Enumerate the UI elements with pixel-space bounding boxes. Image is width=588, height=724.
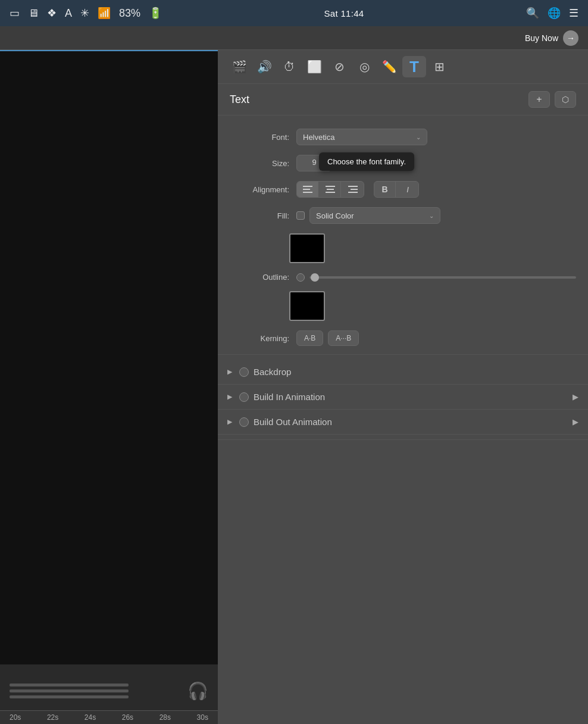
toolbar-audio-icon[interactable]: 🔊: [252, 56, 276, 77]
menubar-left: ▭ 🖥 ❖ A ✳ 📶 83% 🔋: [10, 7, 162, 20]
toolbar-screen-icon[interactable]: ⬜: [302, 56, 326, 77]
fill-color-row: [218, 230, 588, 267]
toolbar-layout-icon[interactable]: ⊞: [427, 56, 451, 77]
ruler-mark-24s: 24s: [85, 713, 96, 722]
alignment-control: B I: [296, 181, 576, 198]
timeline-controls: 🎧: [0, 676, 218, 710]
toolbar-film-icon[interactable]: 🎬: [227, 56, 251, 77]
outline-control: [296, 273, 576, 282]
headphone-icon[interactable]: 🎧: [187, 681, 208, 701]
outline-checkbox[interactable]: [296, 273, 305, 282]
fill-control: Solid Color ⌄: [296, 207, 576, 224]
outline-label: Outline:: [230, 273, 289, 282]
right-panel: 🎬 🔊 ⏱ ⬜ ⊘ ◎ ✏️ T ⊞ Text + ⬡ Font:: [218, 50, 588, 724]
build-in-left: ▶ Build In Animation: [227, 392, 325, 402]
size-label: Size:: [230, 159, 289, 168]
monitor-icon[interactable]: 🖥: [28, 7, 39, 20]
build-out-checkbox[interactable]: [239, 417, 249, 427]
buynow-label: Buy Now: [525, 33, 558, 43]
fill-color-swatch[interactable]: [289, 233, 325, 263]
text-icon[interactable]: A: [65, 7, 72, 20]
build-out-left: ▶ Build Out Animation: [227, 417, 332, 427]
font-value: Helvetica: [303, 133, 334, 142]
svg-rect-7: [351, 189, 358, 190]
menubar-clock: Sat 11:44: [324, 8, 364, 18]
ruler-mark-20s: 20s: [10, 713, 21, 722]
battery-label: 83%: [119, 7, 140, 20]
camera-icon[interactable]: ▭: [10, 7, 20, 20]
fill-dropdown-arrow-icon: ⌄: [429, 213, 434, 219]
font-row: Font: Helvetica ⌄: [218, 125, 588, 149]
align-center-btn[interactable]: [320, 182, 341, 197]
build-out-right-arrow-icon: ▶: [573, 417, 578, 426]
outline-row: Outline:: [218, 269, 588, 285]
align-right-btn[interactable]: [342, 182, 364, 197]
dropbox-icon[interactable]: ❖: [47, 7, 57, 20]
svg-rect-3: [326, 186, 335, 187]
svg-rect-0: [303, 186, 312, 187]
build-in-section[interactable]: ▶ Build In Animation ▶: [218, 385, 588, 410]
build-in-label: Build In Animation: [254, 392, 325, 402]
kerning-loose-btn[interactable]: A···B: [328, 330, 359, 346]
timeline-lines: [10, 684, 129, 698]
kerning-tight-btn[interactable]: A·B: [296, 330, 323, 346]
toolbar-text-icon[interactable]: T: [402, 56, 426, 77]
toolbar: 🎬 🔊 ⏱ ⬜ ⊘ ◎ ✏️ T ⊞: [218, 50, 588, 84]
toolbar-timer-icon[interactable]: ⏱: [277, 56, 301, 77]
backdrop-section-left: ▶ Backdrop: [227, 367, 291, 377]
cube-button[interactable]: ⬡: [555, 91, 576, 108]
font-control: Helvetica ⌄: [296, 129, 576, 145]
build-out-collapse-arrow-icon: ▶: [227, 418, 232, 426]
ruler-mark-28s: 28s: [159, 713, 171, 722]
timeline-line-3: [10, 695, 129, 698]
divider-1: [218, 354, 588, 355]
divider-2: [218, 439, 588, 440]
fill-dropdown[interactable]: Solid Color ⌄: [309, 207, 440, 224]
properties-panel: Font: Helvetica ⌄ Size: 9 Choose the fon…: [218, 116, 588, 724]
bold-button[interactable]: B: [374, 182, 396, 197]
fill-checkbox[interactable]: [296, 211, 305, 220]
search-icon[interactable]: 🔍: [526, 7, 539, 20]
timeline-ruler: 20s 22s 24s 26s 28s 30s: [0, 710, 218, 724]
timeline-line-2: [10, 689, 129, 692]
backdrop-collapse-arrow-icon: ▶: [227, 368, 232, 376]
backdrop-section[interactable]: ▶ Backdrop: [218, 360, 588, 385]
svg-rect-8: [348, 192, 358, 193]
add-button[interactable]: +: [528, 91, 550, 108]
alignment-row: Alignment: B: [218, 177, 588, 201]
buynow-button[interactable]: Buy Now →: [525, 30, 578, 46]
fill-value: Solid Color: [316, 211, 354, 220]
kerning-label: Kerning:: [230, 334, 289, 343]
build-in-collapse-arrow-icon: ▶: [227, 393, 232, 401]
bluetooth-icon[interactable]: ✳: [80, 7, 89, 20]
build-out-section[interactable]: ▶ Build Out Animation ▶: [218, 410, 588, 435]
ruler-mark-30s: 30s: [197, 713, 208, 722]
menu-icon[interactable]: ☰: [569, 7, 578, 20]
outline-slider[interactable]: [309, 276, 576, 279]
wifi-icon[interactable]: 📶: [98, 7, 111, 20]
size-row: Size: 9 Choose the font family.: [218, 151, 588, 175]
italic-button[interactable]: I: [397, 182, 418, 197]
buynow-bar: Buy Now →: [0, 26, 588, 50]
outline-color-swatch[interactable]: [289, 291, 325, 321]
backdrop-checkbox[interactable]: [239, 367, 249, 377]
main-layout: 🎧 20s 22s 24s 26s 28s 30s 🎬 🔊 ⏱ ⬜ ⊘ ◎ ✏️…: [0, 50, 588, 724]
siri-icon[interactable]: 🌐: [548, 7, 561, 20]
battery-icon: 🔋: [149, 7, 162, 20]
build-in-checkbox[interactable]: [239, 392, 249, 402]
text-section-title: Text: [230, 93, 249, 106]
timeline-line-1: [10, 684, 129, 686]
cube-icon: ⬡: [562, 95, 569, 104]
align-left-btn[interactable]: [297, 182, 318, 197]
left-bottom-controls: 🎧 20s 22s 24s 26s 28s 30s: [0, 664, 218, 724]
preview-canvas: [0, 51, 218, 664]
svg-rect-4: [327, 189, 334, 190]
kerning-group: A·B A···B: [296, 330, 359, 346]
menubar: ▭ 🖥 ❖ A ✳ 📶 83% 🔋 Sat 11:44 🔍 🌐 ☰: [0, 0, 588, 26]
toolbar-cursor-icon[interactable]: ⊘: [327, 56, 351, 77]
toolbar-shape-icon[interactable]: ◎: [352, 56, 376, 77]
alignment-label: Alignment:: [230, 185, 289, 194]
toolbar-pen-icon[interactable]: ✏️: [377, 56, 401, 77]
font-dropdown[interactable]: Helvetica ⌄: [296, 129, 427, 145]
svg-rect-6: [348, 186, 358, 187]
